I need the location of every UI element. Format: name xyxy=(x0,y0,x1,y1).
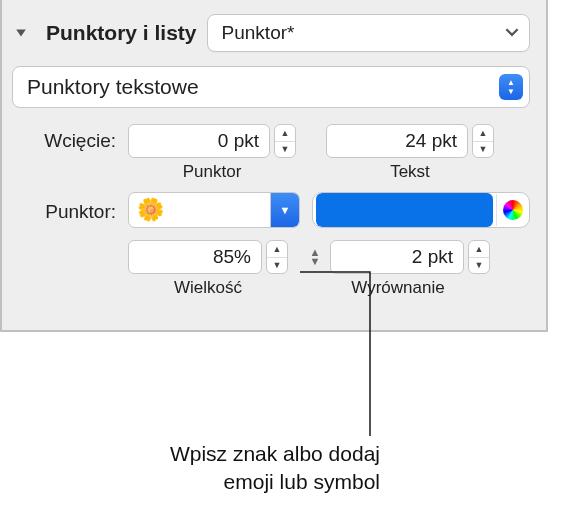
section-title: Punktory i listy xyxy=(46,21,197,45)
stepper-up-icon[interactable]: ▲ xyxy=(473,125,493,142)
text-indent-input[interactable]: 24 pkt xyxy=(326,124,468,158)
callout-line-1: Wpisz znak albo dodaj xyxy=(80,440,380,468)
color-wheel-icon xyxy=(503,200,523,220)
chevron-down-icon: ▼ xyxy=(270,193,299,227)
callout-line-2: emoji lub symbol xyxy=(80,468,380,496)
stepper-up-icon[interactable]: ▲ xyxy=(267,241,287,258)
bullet-character-popup[interactable]: 🌼 ▼ xyxy=(128,192,300,228)
text-indent-stepper[interactable]: ▲ ▼ xyxy=(472,124,494,158)
bullet-character-row: Punktor: 🌼 ▼ xyxy=(12,192,530,228)
size-align-row: 85% ▲ ▼ Wielkość ▲▼ 2 pkt ▲ ▼ xyxy=(12,240,530,298)
bullet-indent-caption: Punktor xyxy=(183,162,242,182)
spacer-label xyxy=(12,240,116,246)
stepper-down-icon[interactable]: ▼ xyxy=(469,258,489,274)
text-indent-group: 24 pkt ▲ ▼ Tekst xyxy=(326,124,494,182)
bullet-char-label: Punktor: xyxy=(12,197,116,223)
section-header: Punktory i listy Punktor* xyxy=(12,14,530,52)
bullet-indent-group: 0 pkt ▲ ▼ Punktor xyxy=(128,124,296,182)
bullet-align-group: ▲▼ 2 pkt ▲ ▼ Wyrównanie xyxy=(306,240,490,298)
color-swatch[interactable] xyxy=(316,193,493,227)
indent-label: Wcięcie: xyxy=(12,124,116,152)
vertical-align-icon: ▲▼ xyxy=(306,248,324,266)
indent-row: Wcięcie: 0 pkt ▲ ▼ Punktor 24 pkt ▲ ▼ xyxy=(12,124,530,182)
bullet-indent-input[interactable]: 0 pkt xyxy=(128,124,270,158)
bullet-size-caption: Wielkość xyxy=(174,278,242,298)
bullet-align-input[interactable]: 2 pkt xyxy=(330,240,464,274)
color-wheel-button[interactable] xyxy=(496,194,529,226)
bullet-align-stepper[interactable]: ▲ ▼ xyxy=(468,240,490,274)
bullet-align-caption: Wyrównanie xyxy=(351,278,444,298)
bullet-indent-stepper[interactable]: ▲ ▼ xyxy=(274,124,296,158)
bullet-size-input[interactable]: 85% xyxy=(128,240,262,274)
list-style-preset-popup[interactable]: Punktor* xyxy=(207,14,530,52)
stepper-down-icon[interactable]: ▼ xyxy=(275,142,295,158)
stepper-down-icon[interactable]: ▼ xyxy=(267,258,287,274)
stepper-up-icon[interactable]: ▲ xyxy=(469,241,489,258)
text-indent-caption: Tekst xyxy=(390,162,430,182)
bullet-type-popup[interactable]: Punktory tekstowe ▲▼ xyxy=(12,66,530,108)
stepper-up-icon[interactable]: ▲ xyxy=(275,125,295,142)
bullet-color-well[interactable] xyxy=(312,192,530,228)
bullet-glyph: 🌼 xyxy=(129,197,270,223)
preset-label: Punktor* xyxy=(222,22,295,44)
bullets-lists-panel: Punktory i listy Punktor* Punktory tekst… xyxy=(0,0,548,332)
bullet-size-stepper[interactable]: ▲ ▼ xyxy=(266,240,288,274)
bullet-type-label: Punktory tekstowe xyxy=(27,75,199,99)
callout-text: Wpisz znak albo dodaj emoji lub symbol xyxy=(80,440,380,496)
disclosure-triangle-icon[interactable] xyxy=(12,24,30,42)
popup-arrows-icon: ▲▼ xyxy=(499,74,523,100)
bullet-size-group: 85% ▲ ▼ Wielkość xyxy=(128,240,288,298)
chevron-down-icon xyxy=(505,22,519,44)
stepper-down-icon[interactable]: ▼ xyxy=(473,142,493,158)
